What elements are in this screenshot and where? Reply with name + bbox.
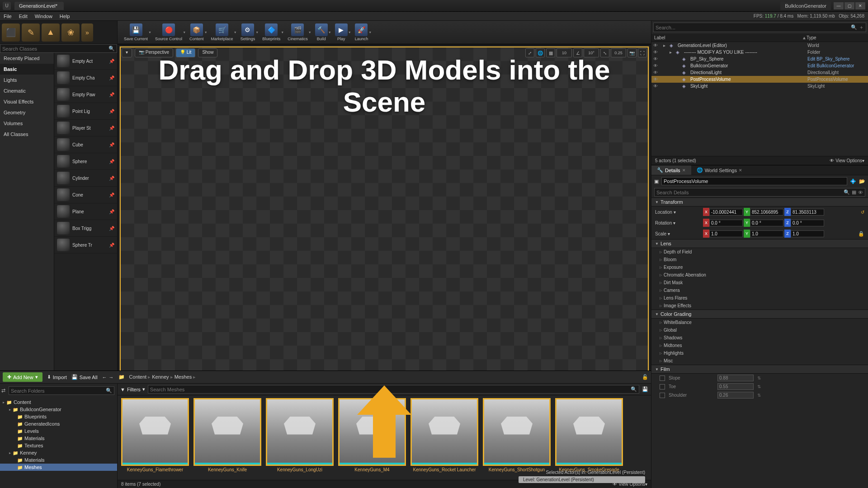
cg-sub-item[interactable]: ▷Shadows [651, 334, 868, 342]
cg-sub-item[interactable]: ▷Global [651, 326, 868, 334]
section-transform[interactable]: ▼Transform [651, 197, 868, 206]
vp-snap-scale-val[interactable]: 0.25 [611, 48, 626, 57]
vp-snap-scale-icon[interactable]: ⤡ [600, 48, 609, 57]
actor-item[interactable]: Empty Cha📌 [54, 70, 117, 86]
vp-lit[interactable]: 💡 Lit [176, 48, 195, 57]
pin-icon[interactable]: 📌 [109, 159, 114, 164]
vp-show[interactable]: Show [198, 48, 217, 57]
actor-item[interactable]: Cube📌 [54, 136, 117, 153]
pin-icon[interactable]: 📌 [109, 92, 114, 97]
folder-tree-item[interactable]: 📁 Blueprints [0, 413, 117, 420]
details-search-input[interactable] [656, 190, 844, 195]
outliner-row[interactable]: 👁◈SkyLightSkyLight [651, 83, 868, 89]
actor-name-field[interactable] [661, 177, 847, 185]
loc-x[interactable] [709, 209, 743, 216]
outliner-search-input[interactable] [656, 25, 851, 30]
section-film[interactable]: ▼Film [651, 365, 868, 374]
search-classes[interactable]: 🔍 [0, 44, 117, 53]
pin-icon[interactable]: 📌 [109, 192, 114, 197]
search-folders-input[interactable] [11, 388, 106, 394]
lens-sub-item[interactable]: ▷Exposure [651, 263, 868, 271]
visibility-icon[interactable]: 👁 [653, 70, 660, 75]
category-item[interactable]: Geometry [0, 107, 54, 118]
rot-x[interactable] [709, 220, 743, 226]
vp-perspective[interactable]: 📷 Perspective [135, 48, 173, 57]
actor-item[interactable]: Box Trigg📌 [54, 220, 117, 237]
folder-tree-item[interactable]: 📁 Materials [0, 456, 117, 464]
toolbar-build[interactable]: 🔨Build▼ [312, 23, 330, 42]
visibility-icon[interactable]: 👁 [653, 63, 660, 68]
reset-icon[interactable]: ↺ [861, 210, 864, 215]
visibility-icon[interactable]: 👁 [653, 77, 660, 82]
vp-maximize-icon[interactable]: ⛶ [638, 48, 647, 57]
asset-item[interactable]: KenneyGuns_LongUzi [265, 398, 335, 478]
tab-world-settings[interactable]: 🌐 World Settings ✕ [691, 165, 748, 175]
import-button[interactable]: ⬇ Import [47, 374, 67, 380]
vp-transform-icon[interactable]: ⤢ [525, 48, 534, 57]
foliage-icon[interactable]: ❀ [61, 23, 80, 42]
category-item[interactable]: Cinematic [0, 85, 54, 96]
toolbar-play[interactable]: ▶Play▼ [332, 23, 350, 42]
outliner-row[interactable]: 👁▸◈GenerationLevel (Editor)World [651, 42, 868, 49]
nav-back-button[interactable]: ← [102, 375, 107, 380]
lock-panel-icon[interactable]: 🔓 [642, 374, 648, 380]
visibility-icon[interactable]: 👁 [653, 50, 660, 55]
search-assets[interactable]: 🔍 [148, 385, 639, 394]
lens-sub-item[interactable]: ▷Bloom [651, 256, 868, 263]
actor-item[interactable]: Cone📌 [54, 187, 117, 203]
vp-snap-grid-val[interactable]: 10 [557, 48, 572, 57]
vp-coord-icon[interactable]: 🌐 [536, 48, 545, 57]
title-tab[interactable]: GenerationLevel* [14, 2, 64, 10]
search-classes-input[interactable] [2, 46, 108, 52]
asset-item[interactable]: KenneyGuns_Rocket Launcher [410, 398, 479, 478]
film-value-input[interactable] [717, 392, 754, 399]
actor-item[interactable]: Empty Paw📌 [54, 86, 117, 103]
actor-item[interactable]: Point Lig📌 [54, 103, 117, 120]
lens-sub-item[interactable]: ▷Depth of Field [651, 248, 868, 256]
minimize-button[interactable]: — [834, 2, 844, 9]
pin-icon[interactable]: 📌 [109, 59, 114, 64]
visibility-icon[interactable]: 👁 [653, 56, 660, 61]
outliner-row[interactable]: 👁◈PostProcessVolumePostProcessVolume [651, 76, 868, 83]
sources-toggle-icon[interactable]: ⇄ [1, 388, 5, 394]
category-item[interactable]: Visual Effects [0, 96, 54, 107]
lock-icon[interactable]: 🔒 [858, 231, 864, 237]
toolbar-content[interactable]: 📦Content▼ [187, 23, 207, 42]
save-all-button[interactable]: 💾 Save All [71, 374, 98, 380]
cg-sub-item[interactable]: ▷Highlights [651, 349, 868, 357]
category-item[interactable]: Lights [0, 75, 54, 85]
pin-icon[interactable]: 📌 [109, 226, 114, 231]
menu-edit[interactable]: Edit [19, 14, 28, 19]
lens-sub-item[interactable]: ▷Image Effects [651, 302, 868, 310]
paint-icon[interactable]: ✎ [22, 23, 40, 42]
checkbox[interactable] [660, 384, 665, 389]
loc-z[interactable] [791, 209, 824, 216]
section-color-grading[interactable]: ▼Color Grading [651, 310, 868, 319]
category-item[interactable]: All Classes [0, 129, 54, 140]
category-item[interactable]: Volumes [0, 118, 54, 129]
menu-window[interactable]: Window [35, 14, 52, 19]
toolbar-save-current[interactable]: 💾Save Current▼ [121, 23, 151, 42]
spinner-icon[interactable]: ⇅ [757, 375, 761, 380]
folder-tree-item[interactable]: ▸📁 Content [0, 399, 117, 406]
tab-details[interactable]: 🔧 Details ✕ [651, 165, 691, 175]
maximize-button[interactable]: ▢ [844, 2, 854, 9]
pin-icon[interactable]: 📌 [109, 109, 114, 114]
breadcrumb[interactable]: Content [129, 374, 147, 380]
folder-tree-item[interactable]: 📁 Levels [0, 427, 117, 435]
outliner-row[interactable]: 👁▸◈-------- MODIFY AS YOU LIKE --------F… [651, 49, 868, 56]
asset-item[interactable]: KenneyGuns_M4 [337, 398, 407, 478]
outliner-view-options[interactable]: 👁 View Options▾ [830, 158, 864, 163]
level-indicator[interactable]: Level: GenerationLevel (Persistent) [519, 476, 645, 483]
toolbar-launch[interactable]: 🚀Launch▼ [352, 23, 371, 42]
lens-sub-item[interactable]: ▷Chromatic Aberration [651, 271, 868, 279]
spinner-icon[interactable]: ⇅ [757, 384, 761, 389]
lens-sub-item[interactable]: ▷Lens Flares [651, 294, 868, 302]
folder-tree-item[interactable]: 📁 GeneratedIcons [0, 420, 117, 427]
film-value-input[interactable] [717, 375, 754, 381]
actor-item[interactable]: Empty Act📌 [54, 53, 117, 70]
outliner-header[interactable]: Label ▲ Type [651, 34, 868, 42]
asset-item[interactable]: KenneyGuns_Flamethrower [120, 398, 190, 478]
matrix-icon[interactable]: ▦ [852, 189, 856, 195]
actor-item[interactable]: Player St📌 [54, 120, 117, 136]
